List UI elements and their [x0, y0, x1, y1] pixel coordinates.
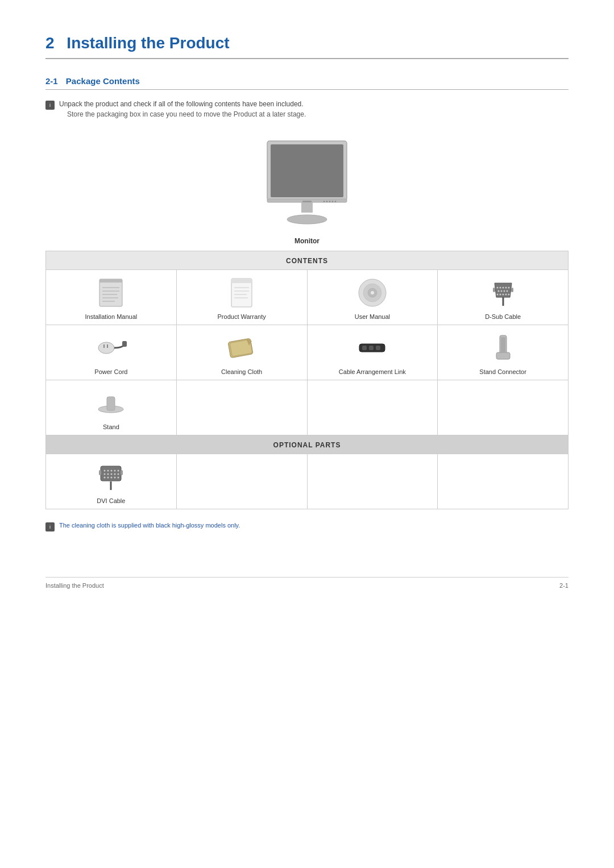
footer-note-text: The cleaning cloth is supplied with blac…: [59, 522, 240, 529]
note-block: i Unpack the product and check if all of…: [45, 100, 569, 118]
item-power-cord: Power Cord: [46, 325, 177, 380]
svg-point-39: [496, 293, 498, 295]
user-manual-label: User Manual: [310, 313, 435, 320]
svg-point-78: [118, 476, 119, 478]
footer-note: i The cleaning cloth is supplied with bl…: [45, 522, 569, 531]
dvi-icon: [49, 460, 173, 494]
svg-point-64: [104, 470, 106, 471]
svg-rect-19: [231, 279, 252, 283]
opt-empty-icon-2: [310, 467, 435, 501]
stand-connector-icon: [441, 331, 565, 365]
stand-icon: [49, 386, 173, 420]
dsub-icon: [441, 276, 565, 310]
svg-rect-49: [122, 341, 127, 347]
svg-rect-12: [99, 279, 122, 283]
chapter-title: 2 Installing the Product: [45, 34, 569, 59]
svg-point-10: [287, 215, 327, 224]
svg-rect-3: [302, 201, 312, 202]
svg-point-43: [508, 293, 509, 295]
note-bullet2: Store the packaging box in case you need…: [59, 110, 306, 118]
item-user-manual: User Manual: [307, 270, 438, 325]
svg-point-66: [111, 470, 113, 471]
cable-arrangement-icon: [310, 331, 435, 365]
dsub-label: D-Sub Cable: [441, 313, 565, 320]
monitor-svg: [250, 135, 364, 232]
item-dsub-cable: D-Sub Cable: [438, 270, 569, 325]
svg-point-34: [508, 286, 509, 288]
svg-point-68: [118, 470, 119, 471]
item-empty-2: [307, 380, 438, 435]
section-text: Package Contents: [66, 76, 140, 86]
footer-note-icon: i: [45, 522, 55, 531]
svg-point-37: [503, 290, 505, 292]
item-installation-manual: Installation Manual: [46, 270, 177, 325]
opt-empty-icon-3: [441, 467, 565, 501]
manual-label: Installation Manual: [49, 313, 173, 320]
power-cord-icon: [49, 331, 173, 365]
svg-point-6: [329, 201, 330, 202]
stand-label: Stand: [49, 423, 173, 430]
item-stand-connector: Stand Connector: [438, 325, 569, 380]
svg-rect-11: [99, 279, 122, 306]
empty-icon-2: [310, 393, 435, 427]
chapter-text: Installing the Product: [67, 34, 229, 52]
svg-rect-45: [511, 288, 513, 292]
svg-point-31: [499, 286, 501, 288]
svg-point-40: [499, 293, 501, 295]
item-dvi-cable: DVI Cable: [46, 454, 177, 509]
item-cable-arrangement: Cable Arrangement Link: [307, 325, 438, 380]
svg-point-67: [114, 470, 116, 471]
svg-point-8: [335, 201, 336, 202]
optional-empty-2: [307, 454, 438, 509]
item-cleaning-cloth: Cleaning Cloth: [176, 325, 307, 380]
note-content: Unpack the product and check if all of t…: [59, 100, 306, 118]
svg-rect-80: [121, 470, 123, 475]
svg-point-4: [323, 201, 325, 202]
svg-point-77: [114, 476, 116, 478]
svg-point-76: [111, 476, 113, 478]
item-product-warranty: Product Warranty: [176, 270, 307, 325]
optional-empty-1: [176, 454, 307, 509]
footer-left: Installing the Product: [45, 582, 104, 589]
svg-rect-59: [501, 337, 505, 353]
section-title: 2-1 Package Contents: [45, 76, 569, 90]
dvi-label: DVI Cable: [49, 497, 173, 504]
manual-icon: [49, 276, 173, 310]
monitor-label: Monitor: [45, 237, 569, 245]
cleaning-cloth-icon: [180, 331, 304, 365]
svg-rect-54: [362, 346, 367, 350]
svg-point-65: [107, 470, 109, 471]
cleaning-cloth-label: Cleaning Cloth: [180, 368, 304, 375]
power-cord-label: Power Cord: [49, 368, 173, 375]
svg-rect-44: [493, 288, 495, 292]
svg-point-46: [98, 342, 114, 354]
svg-point-41: [502, 293, 504, 295]
svg-point-42: [505, 293, 507, 295]
cable-arrangement-label: Cable Arrangement Link: [310, 368, 435, 375]
contents-header: CONTENTS: [46, 251, 569, 270]
svg-point-71: [111, 473, 113, 475]
svg-rect-1: [271, 144, 343, 197]
item-empty-1: [176, 380, 307, 435]
chapter-num: 2: [45, 34, 55, 52]
opt-empty-icon-1: [180, 467, 304, 501]
warranty-label: Product Warranty: [180, 313, 304, 320]
svg-point-36: [500, 290, 502, 292]
svg-point-27: [371, 291, 374, 294]
item-empty-3: [438, 380, 569, 435]
optional-empty-3: [438, 454, 569, 509]
monitor-section: Monitor: [45, 135, 569, 245]
page-footer: Installing the Product 2-1: [45, 577, 569, 589]
optional-header: OPTIONAL PARTS: [46, 435, 569, 454]
empty-icon-3: [441, 393, 565, 427]
svg-point-74: [104, 476, 106, 478]
svg-point-7: [332, 201, 333, 202]
disc-icon: [310, 276, 435, 310]
svg-point-30: [496, 286, 498, 288]
monitor-image: [250, 135, 364, 234]
svg-point-35: [497, 290, 499, 292]
warranty-icon: [180, 276, 304, 310]
svg-point-5: [326, 201, 327, 202]
note-bullet1: Unpack the product and check if all of t…: [59, 100, 306, 108]
svg-rect-9: [301, 202, 313, 213]
